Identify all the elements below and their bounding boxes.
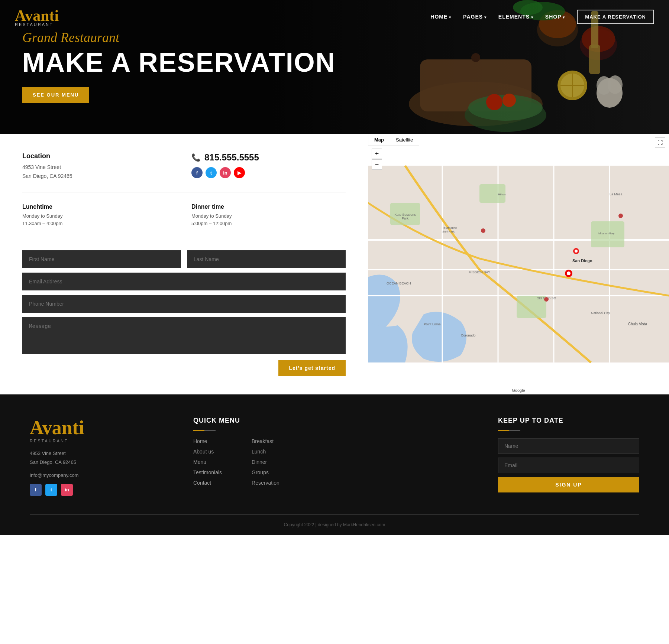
nav-reservation-button[interactable]: MAKE A RESERVATION xyxy=(577,10,654,24)
svg-text:Hilton: Hilton xyxy=(498,193,505,196)
lunch-col: Lunchtime Monday to Sunday 11.30am – 4:0… xyxy=(22,204,177,228)
hero-title: MAKE A RESERVATION xyxy=(22,49,647,76)
map-credit: Google xyxy=(512,388,525,393)
newsletter-email-input[interactable] xyxy=(498,458,639,473)
footer-link-about[interactable]: About us xyxy=(193,449,222,455)
footer-menu-col1: Home About us Menu Testimonials Contact xyxy=(193,438,222,490)
dinner-label: Dinner time xyxy=(191,204,346,210)
footer-logo-sub: RESTAURANT xyxy=(30,439,171,443)
location-label: Location xyxy=(22,152,177,160)
footer-address1: 4953 Vine Street xyxy=(30,451,66,456)
hero-cta-button[interactable]: SEE OUR MENU xyxy=(22,87,89,103)
map-visual: Kate Sessions Park Tourmaline Surf Park … xyxy=(368,134,669,394)
footer-link-contact[interactable]: Contact xyxy=(193,480,222,486)
footer-logo-name: Avanti xyxy=(30,417,171,439)
lunch-days: Monday to Sunday xyxy=(22,212,177,220)
phone-row-form xyxy=(22,295,346,313)
youtube-icon[interactable]: ▶ xyxy=(234,167,245,178)
right-panel: Map Satellite + − ⛶ xyxy=(368,134,669,394)
nav-pages[interactable]: PAGES xyxy=(463,14,487,20)
dinner-days: Monday to Sunday xyxy=(191,212,346,220)
svg-point-53 xyxy=(481,228,485,233)
svg-text:National City: National City xyxy=(591,311,610,315)
map-tabs: Map Satellite xyxy=(368,134,419,146)
footer-link-menu[interactable]: Menu xyxy=(193,459,222,465)
zoom-in-button[interactable]: + xyxy=(372,149,382,159)
email-input[interactable] xyxy=(22,273,346,290)
footer-bottom: Copyright 2022 | designed by MarkHendrik… xyxy=(30,515,639,535)
footer-newsletter-title: KEEP UP TO DATE xyxy=(498,417,639,425)
footer-newsletter-col: KEEP UP TO DATE SIGN UP xyxy=(498,417,639,496)
twitter-icon[interactable]: t xyxy=(206,167,217,178)
footer-email: info@mycompany.com xyxy=(30,472,171,478)
newsletter-signup-button[interactable]: SIGN UP xyxy=(498,477,639,492)
footer-link-testimonials[interactable]: Testimonials xyxy=(193,469,222,475)
footer-address2: San Diego, CA 92465 xyxy=(30,459,76,465)
map-tab-map[interactable]: Map xyxy=(368,134,390,146)
footer-instagram-icon[interactable]: in xyxy=(61,484,73,496)
nav-shop[interactable]: SHOP xyxy=(545,14,565,20)
location-col: Location 4953 Vine Street San Diego, CA … xyxy=(22,152,177,181)
nav-home[interactable]: HOME xyxy=(430,14,451,20)
svg-point-55 xyxy=(544,297,549,302)
svg-text:Chula Vista: Chula Vista xyxy=(628,322,647,326)
footer-newsletter-divider xyxy=(498,430,520,431)
footer-social: f t in xyxy=(30,484,171,496)
svg-text:San Diego: San Diego xyxy=(572,258,592,263)
footer-brand-col: Avanti RESTAURANT 4953 Vine Street San D… xyxy=(30,417,171,496)
logo[interactable]: Avanti RESTAURANT xyxy=(15,7,59,27)
logo-name: Avanti xyxy=(15,7,59,25)
lunch-time: 11.30am – 4:00pm xyxy=(22,220,177,228)
social-icons: f t in ▶ xyxy=(191,167,346,178)
dinner-col: Dinner time Monday to Sunday 5:00pm – 12… xyxy=(191,204,346,228)
last-name-input[interactable] xyxy=(187,250,346,268)
newsletter-name-input[interactable] xyxy=(498,438,639,454)
hours-row: Lunchtime Monday to Sunday 11.30am – 4:0… xyxy=(22,204,346,240)
svg-text:Mission Bay: Mission Bay xyxy=(598,232,614,235)
fullscreen-button[interactable]: ⛶ xyxy=(655,137,665,148)
svg-text:La Mesa: La Mesa xyxy=(610,192,623,196)
lunch-label: Lunchtime xyxy=(22,204,177,210)
phone-row: 📞 815.555.5555 xyxy=(191,152,346,163)
footer-link-lunch[interactable]: Lunch xyxy=(252,449,279,455)
message-textarea[interactable] xyxy=(22,317,346,354)
footer-facebook-icon[interactable]: f xyxy=(30,484,42,496)
footer-menu-cols: Home About us Menu Testimonials Contact … xyxy=(193,438,476,490)
map-tab-satellite[interactable]: Satellite xyxy=(390,134,419,146)
footer-link-reservation[interactable]: Reservation xyxy=(252,480,279,486)
svg-text:Tourmaline: Tourmaline xyxy=(442,226,457,230)
email-row xyxy=(22,273,346,290)
dinner-time: 5:00pm – 12:00pm xyxy=(191,220,346,228)
footer-link-dinner[interactable]: Dinner xyxy=(252,459,279,465)
svg-text:Park: Park xyxy=(402,217,409,220)
location-address1: 4953 Vine Street xyxy=(22,163,177,172)
logo-sub: RESTAURANT xyxy=(15,22,54,27)
navigation: Avanti RESTAURANT HOME PAGES ELEMENTS SH… xyxy=(0,0,669,33)
submit-button[interactable]: Let's get started xyxy=(278,360,346,376)
footer-link-breakfast[interactable]: Breakfast xyxy=(252,438,279,444)
phone-icon: 📞 xyxy=(191,153,201,162)
copyright-text: Copyright 2022 | designed by MarkHendrik… xyxy=(284,522,385,527)
nav-links: HOME PAGES ELEMENTS SHOP MAKE A RESERVAT… xyxy=(430,10,654,24)
svg-text:MISSION BAY: MISSION BAY xyxy=(469,270,490,274)
instagram-icon[interactable]: in xyxy=(220,167,231,178)
reservation-form: Let's get started xyxy=(22,250,346,376)
footer-address: 4953 Vine Street San Diego, CA 92465 xyxy=(30,449,171,466)
footer-twitter-icon[interactable]: t xyxy=(45,484,57,496)
svg-text:OCEAN BEACH: OCEAN BEACH xyxy=(387,282,411,285)
phone-input[interactable] xyxy=(22,295,346,313)
facebook-icon[interactable]: f xyxy=(191,167,203,178)
phone-number: 815.555.5555 xyxy=(204,152,259,163)
map-container: Map Satellite + − ⛶ xyxy=(368,134,669,394)
zoom-out-button[interactable]: − xyxy=(372,159,382,170)
nav-elements[interactable]: ELEMENTS xyxy=(498,14,533,20)
first-name-input[interactable] xyxy=(22,250,181,268)
footer-grid: Avanti RESTAURANT 4953 Vine Street San D… xyxy=(30,417,639,515)
svg-point-50 xyxy=(575,250,578,253)
svg-point-52 xyxy=(567,271,571,275)
footer-menu-divider xyxy=(193,430,216,431)
svg-point-54 xyxy=(618,214,623,218)
footer-link-home[interactable]: Home xyxy=(193,438,222,444)
footer-link-groups[interactable]: Groups xyxy=(252,469,279,475)
svg-text:Kate Sessions: Kate Sessions xyxy=(394,213,416,217)
